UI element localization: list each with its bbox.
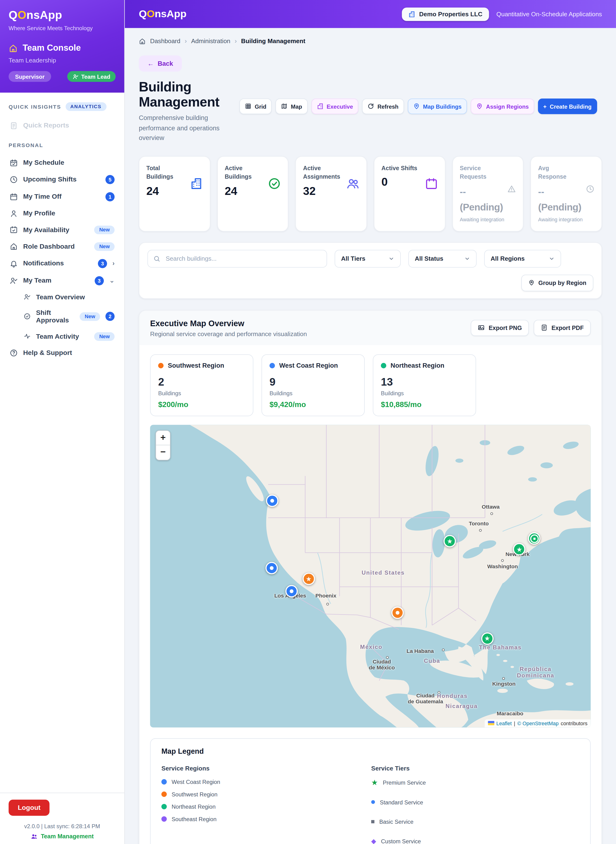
sidebar-footer: Logout v2.0.0 | Last sync: 6:28:14 PM Te… xyxy=(0,793,124,844)
back-button[interactable]: ← Back xyxy=(139,55,182,72)
region-card-southwest[interactable]: Southwest Region 2 Buildings $200/mo xyxy=(150,354,253,416)
map-canvas[interactable]: + − Leaflet | © OpenStreetMap contributo… xyxy=(150,425,591,727)
app-subtitle: Quantitative On-Schedule Applications xyxy=(496,11,602,17)
sidebar-item-team-activity[interactable]: Team Activity New xyxy=(7,328,117,344)
personal-title: PERSONAL xyxy=(9,142,43,148)
export-png-button[interactable]: Export PNG xyxy=(471,320,529,336)
stat-service-requests: Service Requests -- (Pending) Awaiting i… xyxy=(452,156,524,231)
home-icon xyxy=(9,43,18,53)
chevron-down-icon: ⌄ xyxy=(109,277,115,284)
map-label: República Dominicana xyxy=(517,666,554,679)
marker-chicago-premium[interactable]: ★ xyxy=(443,535,456,547)
export-pdf-button[interactable]: Export PDF xyxy=(534,320,591,336)
marker-boston-rings[interactable] xyxy=(528,532,541,545)
map-label: Kingston xyxy=(492,681,515,687)
stat-active-shifts: Active Shifts 0 xyxy=(374,156,445,231)
region-card-northeast[interactable]: Northeast Region 13 Buildings $10,885/mo xyxy=(373,354,476,416)
zoom-in-button[interactable]: + xyxy=(156,431,170,445)
star-icon: ★ xyxy=(371,778,378,786)
assign-regions-button[interactable]: Assign Regions xyxy=(471,99,534,114)
shift-approvals-count: 2 xyxy=(106,312,115,321)
marker-las-vegas-premium[interactable]: ★ xyxy=(302,573,315,585)
leaflet-link[interactable]: Leaflet xyxy=(496,720,512,726)
map-pin-icon xyxy=(476,103,483,110)
map-attribution: Leaflet | © OpenStreetMap contributors xyxy=(485,719,591,727)
city-dot xyxy=(490,512,493,515)
stat-avg-response: Avg Response -- (Pending) Awaiting integ… xyxy=(531,156,602,231)
zoom-out-button[interactable]: − xyxy=(156,445,170,460)
map-label: La Habana xyxy=(407,648,434,654)
sidebar-item-my-availability[interactable]: My Availability New xyxy=(7,221,117,238)
logout-button[interactable]: Logout xyxy=(9,799,50,816)
breadcrumb-dashboard[interactable]: Dashboard xyxy=(150,38,180,44)
sidebar-item-notifications[interactable]: Notifications 3 › xyxy=(7,255,117,272)
map-label: Phoenix xyxy=(315,593,336,598)
status-select[interactable]: All Status xyxy=(408,250,477,268)
region-dot xyxy=(158,363,164,368)
create-building-button[interactable]: + Create Building xyxy=(538,99,597,114)
refresh-button[interactable]: Refresh xyxy=(362,99,404,114)
page-subtitle: Comprehensive building performance and o… xyxy=(139,113,237,143)
tiers-select[interactable]: All Tiers xyxy=(334,250,401,268)
grid-view-button[interactable]: Grid xyxy=(239,99,272,114)
marker-new-york-premium[interactable]: ★ xyxy=(513,543,526,556)
search-input[interactable] xyxy=(164,255,321,262)
map-geography xyxy=(150,425,591,727)
marker-texas-standard[interactable] xyxy=(392,607,404,619)
marker-miami-premium[interactable]: ★ xyxy=(481,632,494,645)
sidebar-item-my-time-off[interactable]: My Time Off 1 xyxy=(7,188,117,205)
sidebar-item-my-schedule[interactable]: My Schedule xyxy=(7,154,117,171)
map-buildings-button[interactable]: Map Buildings xyxy=(408,99,467,114)
region-dot xyxy=(161,779,167,784)
check-circle-icon xyxy=(24,313,31,320)
home-icon xyxy=(10,242,18,250)
notifications-count: 3 xyxy=(98,259,107,268)
console-subtitle: Team Leadership xyxy=(9,57,116,63)
city-dot xyxy=(479,529,482,532)
dot-icon xyxy=(371,800,375,804)
person-check-icon xyxy=(73,74,78,79)
regions-select[interactable]: All Regions xyxy=(484,250,561,268)
marker-seattle-standard[interactable] xyxy=(266,495,278,507)
sidebar-item-shift-approvals[interactable]: Shift Approvals New 2 xyxy=(7,305,117,328)
map-pin-icon xyxy=(413,103,420,110)
sidebar-item-my-team[interactable]: My Team 3 ⌄ xyxy=(7,272,117,289)
sidebar-item-upcoming-shifts[interactable]: Upcoming Shifts 5 xyxy=(7,171,117,188)
region-dot xyxy=(381,363,386,368)
executive-view-button[interactable]: Executive xyxy=(311,99,358,114)
map-label: Washington xyxy=(487,563,518,569)
group-by-region-button[interactable]: Group by Region xyxy=(521,275,593,291)
region-card-west-coast[interactable]: West Coast Region 9 Buildings $9,420/mo xyxy=(261,354,365,416)
org-selector-button[interactable]: Demo Properties LLC xyxy=(402,7,489,21)
map-card-title: Executive Map Overview xyxy=(150,319,307,328)
legend-tier-premium: ★Premium Service xyxy=(371,778,426,786)
search-field[interactable] xyxy=(147,250,327,268)
breadcrumb-administration[interactable]: Administration xyxy=(191,38,230,44)
sidebar-item-quick-reports[interactable]: Quick Reports xyxy=(7,118,117,134)
help-icon xyxy=(10,348,18,357)
calendar-icon xyxy=(10,193,18,201)
new-badge: New xyxy=(94,225,115,234)
legend-tier-basic: Basic Service xyxy=(371,818,426,825)
stat-active-buildings: Active Buildings 24 xyxy=(217,156,289,231)
marker-san-francisco-standard[interactable] xyxy=(265,562,278,574)
people-icon xyxy=(31,833,38,840)
sidebar-item-role-dashboard[interactable]: Role Dashboard New xyxy=(7,238,117,255)
my-team-count: 3 xyxy=(95,276,104,285)
openstreetmap-link[interactable]: © OpenStreetMap xyxy=(517,720,559,726)
marker-los-angeles-standard[interactable] xyxy=(285,585,298,598)
person-check-icon xyxy=(10,276,18,284)
map-label: Ottawa xyxy=(482,503,500,509)
team-management-link[interactable]: Team Management xyxy=(9,833,116,840)
stat-total-buildings: Total Buildings 24 xyxy=(139,156,210,231)
sidebar-item-my-profile[interactable]: My Profile xyxy=(7,205,117,221)
map-view-button[interactable]: Map xyxy=(276,99,308,114)
map-label: Toronto xyxy=(469,521,489,526)
map-label: Nicaragua xyxy=(446,703,478,709)
sidebar-item-help-support[interactable]: Help & Support xyxy=(7,344,117,361)
my-time-off-count: 1 xyxy=(106,192,115,201)
map-label: México xyxy=(360,643,383,650)
sidebar-item-team-overview[interactable]: Team Overview xyxy=(7,289,117,305)
chevron-right-icon: › xyxy=(112,259,114,267)
calendar-icon xyxy=(425,177,438,190)
